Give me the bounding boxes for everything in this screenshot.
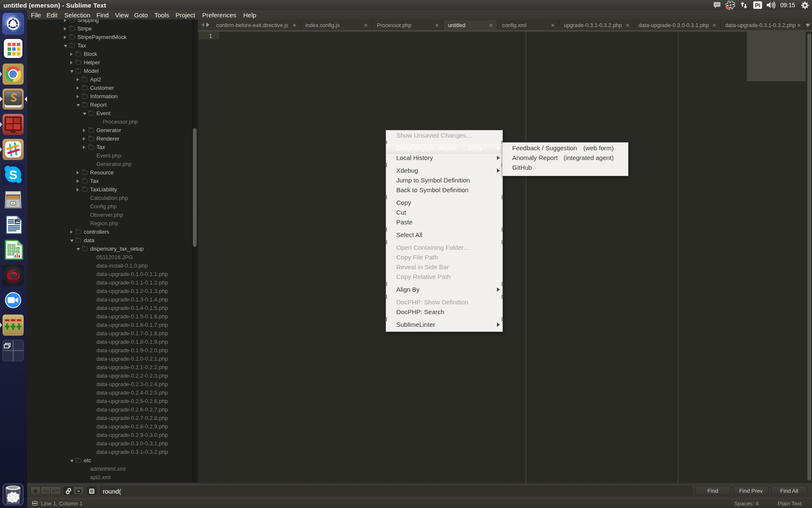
svg-text:S: S <box>9 168 17 182</box>
